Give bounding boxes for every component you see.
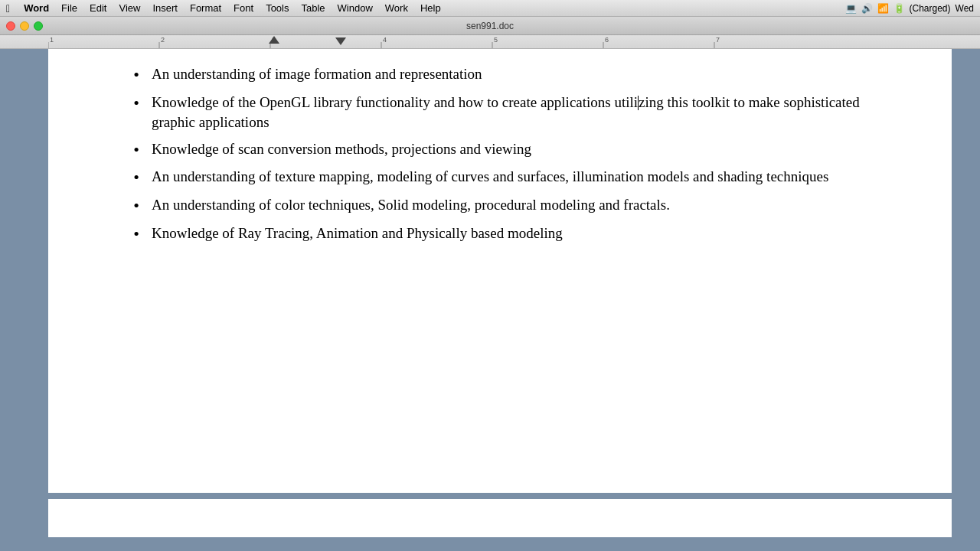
bullet-text: An understanding of image formation and … <box>152 64 890 85</box>
menu-window[interactable]: Window <box>332 0 379 17</box>
bullet-list: • An understanding of image formation an… <box>125 64 890 245</box>
ruler: 1 2 3 4 5 6 7 <box>0 35 980 49</box>
bullet-dot: • <box>125 64 148 86</box>
close-button[interactable] <box>6 21 15 31</box>
bullet-text: An understanding of texture mapping, mod… <box>152 167 890 187</box>
svg-text:7: 7 <box>716 36 720 44</box>
svg-text:4: 4 <box>383 36 387 44</box>
bottom-area <box>48 493 980 546</box>
menu-format[interactable]: Format <box>184 0 227 17</box>
menu-work[interactable]: Work <box>379 0 414 17</box>
list-item: • Knowledge of scan conversion methods, … <box>125 139 890 161</box>
svg-marker-15 <box>335 37 346 45</box>
menu-insert[interactable]: Insert <box>146 0 184 17</box>
menu-font[interactable]: Font <box>227 0 260 17</box>
svg-text:2: 2 <box>161 36 165 44</box>
svg-text:5: 5 <box>494 36 498 44</box>
bullet-dot: • <box>125 223 148 246</box>
svg-text:1: 1 <box>50 36 54 44</box>
clock: Wed <box>956 3 974 14</box>
document-area[interactable]: • An understanding of image formation an… <box>48 49 980 551</box>
minimize-button[interactable] <box>20 21 29 31</box>
list-item: • An understanding of texture mapping, m… <box>125 167 890 189</box>
menu-edit[interactable]: Edit <box>83 0 113 17</box>
list-item: • Knowledge of the OpenGL library functi… <box>125 93 890 133</box>
menu-word[interactable]: Word <box>18 0 55 17</box>
svg-marker-14 <box>269 36 279 44</box>
battery-icon: 🔋 <box>893 3 905 14</box>
list-item: • Knowledge of Ray Tracing, Animation an… <box>125 223 890 246</box>
list-item: • An understanding of color techniques, … <box>125 195 890 217</box>
bullet-dot: • <box>125 195 148 217</box>
menu-help[interactable]: Help <box>414 0 447 17</box>
bullet-dot: • <box>125 167 148 189</box>
next-page <box>48 499 952 537</box>
maximize-button[interactable] <box>34 21 43 31</box>
menu-file[interactable]: File <box>55 0 83 17</box>
menu-tools[interactable]: Tools <box>260 0 295 17</box>
bullet-text: Knowledge of Ray Tracing, Animation and … <box>152 223 890 244</box>
main-area: • An understanding of image formation an… <box>0 49 980 551</box>
bullet-text: Knowledge of the OpenGL library function… <box>152 93 890 133</box>
sound-icon: 🔊 <box>861 3 873 14</box>
bullet-dot: • <box>125 93 148 115</box>
wifi-icon: 📶 <box>877 3 889 14</box>
battery-status: (Charged) <box>910 3 951 14</box>
document-page[interactable]: • An understanding of image formation an… <box>48 49 952 493</box>
left-panel <box>0 49 48 551</box>
bullet-text: An understanding of color techniques, So… <box>152 195 890 216</box>
window-title: sen991.doc <box>466 21 514 31</box>
bullet-dot: • <box>125 139 148 161</box>
traffic-lights <box>6 21 43 31</box>
menu-table[interactable]: Table <box>295 0 331 17</box>
menu-bar:  Word File Edit View Insert Format Font… <box>0 0 980 17</box>
list-item: • An understanding of image formation an… <box>125 64 890 86</box>
menu-right-area: 💻 🔊 📶 🔋 (Charged) Wed <box>845 3 975 14</box>
monitor-icon: 💻 <box>845 3 857 14</box>
menu-view[interactable]: View <box>113 0 146 17</box>
title-bar: sen991.doc <box>0 17 980 35</box>
bullet-text: Knowledge of scan conversion methods, pr… <box>152 139 890 160</box>
apple-menu[interactable]:  <box>6 2 10 15</box>
svg-text:6: 6 <box>605 36 609 44</box>
